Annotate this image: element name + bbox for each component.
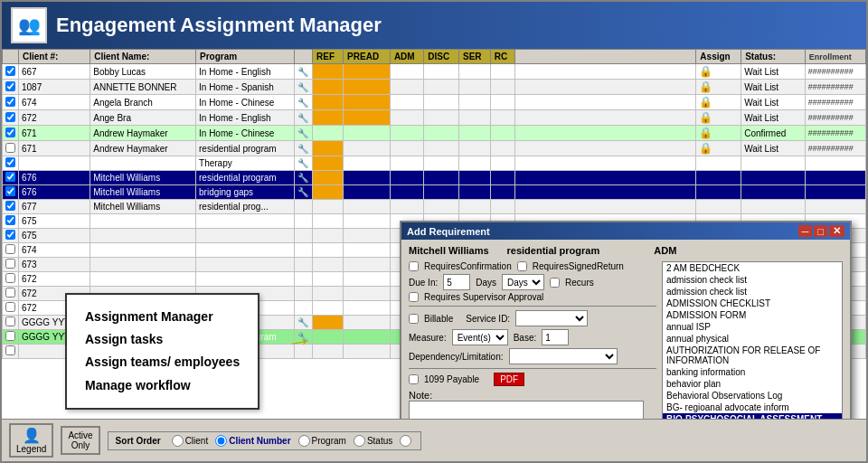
list-item[interactable]: banking information [663, 366, 842, 378]
sort-extra-radio[interactable] [400, 435, 411, 447]
sort-client-radio[interactable] [172, 435, 184, 447]
row-checkbox[interactable] [5, 288, 15, 298]
row-checkbox[interactable] [5, 143, 15, 153]
billable-checkbox[interactable] [409, 314, 419, 324]
row-checkbox[interactable] [5, 66, 15, 76]
col-icon [294, 50, 312, 64]
sort-client-label[interactable]: Client [172, 435, 209, 447]
due-in-input[interactable] [443, 274, 470, 290]
list-item[interactable]: admission check list [663, 286, 842, 298]
sort-client-number-label[interactable]: Client Number [215, 435, 290, 447]
billable-label: Billable [424, 314, 453, 324]
supervisor-row: Requires Supervisor Approval [409, 292, 656, 302]
note-textarea[interactable] [409, 401, 644, 419]
sort-extra-label[interactable] [400, 435, 413, 447]
payable-row: 1099 Payable PDF [409, 373, 656, 386]
row-checkbox[interactable] [5, 128, 15, 137]
requires-signed-return-checkbox[interactable] [517, 261, 527, 271]
legend-button[interactable]: 👤 Legend [9, 423, 53, 458]
dialog-client-name: Mitchell Williams [409, 245, 489, 256]
payable-checkbox[interactable] [409, 374, 419, 384]
list-item-selected[interactable]: BIO-PSYCHOSOCIAL ASSESSMENT (Adult) [663, 413, 842, 419]
row-checkbox[interactable] [5, 244, 15, 254]
row-checkbox[interactable] [5, 230, 15, 240]
list-item[interactable]: behavior plan [663, 378, 842, 390]
measure-row: Measure: Event(s) Base: [409, 329, 656, 345]
row-checkbox[interactable] [5, 317, 15, 326]
list-item[interactable]: ADMISSION FORM [663, 309, 842, 321]
row-checkbox[interactable] [5, 112, 15, 122]
payable-label: 1099 Payable [424, 374, 479, 384]
days-label: Days [476, 278, 496, 288]
tooltip-line4: Manage workflow [85, 374, 240, 397]
requires-confirmation-row: RequiresConfirmation RequiresSignedRetur… [409, 261, 656, 271]
col-adm: ADM [390, 50, 423, 64]
bottom-bar: 👤 Legend Active Only Sort Order Client C… [2, 419, 866, 461]
table-row: 671 Andrew Haymaker residential program … [3, 141, 866, 156]
legend-label: Legend [16, 444, 46, 454]
dependency-label: Dependency/Limitation: [409, 352, 504, 362]
row-checkbox[interactable] [5, 331, 15, 341]
measure-select[interactable]: Event(s) [452, 329, 508, 345]
row-checkbox[interactable] [5, 259, 15, 269]
sort-program-radio[interactable] [298, 435, 310, 447]
row-checkbox[interactable] [5, 201, 15, 211]
dialog-body: Mitchell Williams residential program AD… [401, 240, 850, 419]
dialog-info-row: Mitchell Williams residential program AD… [409, 245, 843, 256]
service-id-select[interactable] [515, 310, 588, 326]
row-checkbox[interactable] [5, 81, 15, 91]
sort-program-label[interactable]: Program [298, 435, 346, 447]
col-enrollment: Enrollment [805, 50, 865, 64]
list-item[interactable]: BG- regioanal advocate inform [663, 402, 842, 413]
row-checkbox[interactable] [5, 345, 15, 355]
table-row: 667 Bobby Lucas In Home - English 🔧 🔒 Wa… [3, 64, 866, 80]
row-checkbox[interactable] [5, 172, 15, 182]
row-checkbox[interactable] [5, 273, 15, 283]
dialog-title: Add Requirement [407, 226, 490, 237]
dependency-select[interactable] [509, 348, 618, 364]
main-window: 👥 Engagement Assignment Manager Client #… [0, 0, 868, 463]
list-item[interactable]: admission check list [663, 274, 842, 286]
due-in-label: Due In: [409, 278, 438, 288]
list-item[interactable]: 2 AM BEDCHECK [663, 262, 842, 274]
requires-confirmation-checkbox[interactable] [409, 261, 419, 271]
col-spacer [515, 50, 696, 64]
col-assign: Assign [696, 50, 741, 64]
sort-client-number-radio[interactable] [215, 435, 227, 447]
col-ser: SER [458, 50, 490, 64]
list-item[interactable]: annual ISP [663, 321, 842, 333]
sort-status-radio[interactable] [354, 435, 365, 447]
list-item[interactable]: annual physical [663, 333, 842, 345]
row-checkbox[interactable] [5, 97, 15, 107]
row-checkbox[interactable] [5, 186, 15, 196]
row-checkbox[interactable] [5, 302, 15, 312]
recurs-checkbox[interactable] [550, 278, 560, 288]
sort-order-box: Sort Order Client Client Number Program … [108, 431, 422, 450]
pdf-button[interactable]: PDF [494, 373, 524, 386]
dialog-columns: RequiresConfirmation RequiresSignedRetur… [409, 261, 843, 419]
dialog-maximize-button[interactable]: □ [814, 225, 827, 237]
days-select[interactable]: Days [502, 274, 544, 290]
base-input[interactable] [542, 329, 569, 345]
app-title: Engagement Assignment Manager [56, 14, 382, 37]
dialog-minimize-button[interactable]: ─ [798, 225, 813, 237]
list-item[interactable]: ADMISSION CHECKLIST [663, 298, 842, 309]
dialog-close-button[interactable]: ✕ [829, 225, 844, 237]
sort-status-label[interactable]: Status [354, 435, 392, 447]
table-row: 672 Ange Bra In Home - English 🔧 🔒 Wait … [3, 110, 866, 126]
table-row: 676 Mitchell Williams bridging gaps 🔧 [3, 185, 866, 200]
tooltip-arrow: → [284, 326, 314, 358]
active-only-button[interactable]: Active Only [61, 426, 99, 455]
table-row: 676 Mitchell Williams residential progra… [3, 171, 866, 185]
supervisor-label: Requires Supervisor Approval [424, 292, 543, 302]
dialog-adm-label: ADM [654, 245, 676, 256]
tooltip-line1: Assignment Manager [85, 306, 240, 328]
col-ref: REF [312, 50, 343, 64]
list-item[interactable]: AUTHORIZATION FOR RELEASE OF INFORMATION [663, 345, 842, 366]
table-row: 671 Andrew Haymaker In Home - Chinese 🔧 … [3, 126, 866, 141]
requires-confirmation-label: RequiresConfirmation [424, 261, 512, 271]
row-checkbox[interactable] [5, 157, 15, 167]
list-item[interactable]: Behavioral Observations Log [663, 390, 842, 402]
supervisor-checkbox[interactable] [409, 292, 419, 302]
row-checkbox[interactable] [5, 215, 15, 225]
